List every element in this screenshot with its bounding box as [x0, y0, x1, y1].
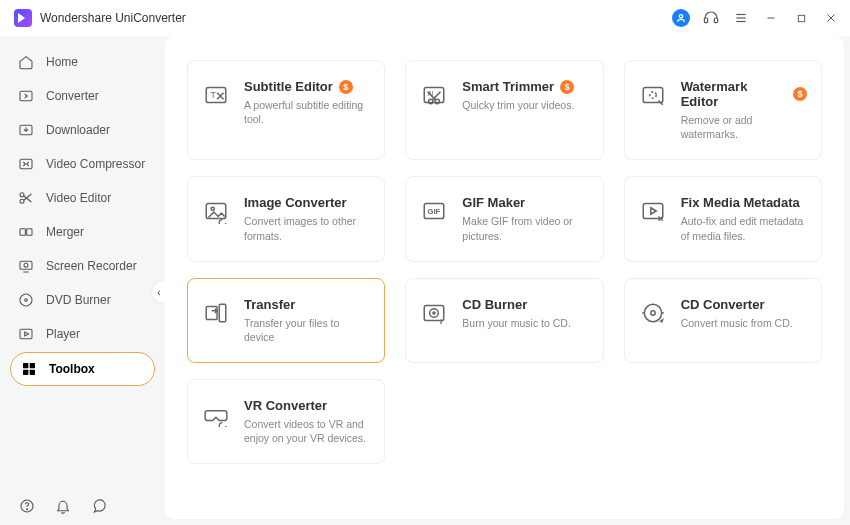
card-text: TransferTransfer your files to device — [244, 297, 370, 344]
svg-marker-25 — [25, 332, 29, 336]
card-title: Subtitle Editor — [244, 79, 333, 94]
card-desc: Transfer your files to device — [244, 316, 370, 344]
svg-point-13 — [20, 193, 24, 197]
card-title-row: Subtitle Editor — [244, 79, 370, 94]
svg-point-0 — [679, 15, 682, 18]
dvd-icon — [18, 292, 34, 308]
svg-rect-32 — [206, 87, 226, 102]
tool-card-cdconvert[interactable]: CD ConverterConvert music from CD. — [624, 278, 822, 363]
recorder-icon — [18, 258, 34, 274]
app-title: Wondershare UniConverter — [40, 11, 186, 25]
card-title-row: Image Converter — [244, 195, 370, 210]
sidebar-item-label: Toolbox — [49, 362, 95, 376]
card-title: Transfer — [244, 297, 295, 312]
gif-icon: GIF — [420, 197, 448, 225]
tool-card-metadata[interactable]: Fix Media MetadataAuto-fix and edit meta… — [624, 176, 822, 261]
svg-rect-19 — [20, 261, 32, 269]
user-account-icon[interactable] — [672, 9, 690, 27]
premium-badge-icon — [793, 87, 807, 101]
sidebar-item-converter[interactable]: Converter — [0, 80, 165, 112]
tool-card-watermark[interactable]: Watermark EditorRemove or add watermarks… — [624, 60, 822, 160]
sidebar-item-label: Screen Recorder — [46, 259, 137, 273]
svg-rect-10 — [20, 91, 32, 100]
sidebar-collapse-button[interactable]: ‹ — [152, 282, 166, 302]
card-title-row: CD Burner — [462, 297, 571, 312]
tool-card-vr[interactable]: VR ConverterConvert videos to VR and enj… — [187, 379, 385, 464]
card-desc: Quicky trim your videos. — [462, 98, 574, 112]
tool-card-transfer[interactable]: TransferTransfer your files to device — [187, 278, 385, 363]
premium-badge-icon — [560, 80, 574, 94]
help-icon[interactable] — [18, 497, 36, 515]
player-icon — [18, 326, 34, 342]
sidebar-item-merger[interactable]: Merger — [0, 216, 165, 248]
sidebar-item-label: Downloader — [46, 123, 110, 137]
card-desc: Convert videos to VR and enjoy on your V… — [244, 417, 370, 445]
svg-point-41 — [649, 92, 656, 99]
svg-rect-29 — [30, 370, 35, 375]
sidebar-item-label: Merger — [46, 225, 84, 239]
card-title-row: Transfer — [244, 297, 370, 312]
image-icon — [202, 197, 230, 225]
sidebar-item-compressor[interactable]: Video Compressor — [0, 148, 165, 180]
sidebar-item-home[interactable]: Home — [0, 46, 165, 78]
svg-rect-24 — [20, 329, 32, 338]
card-title-row: GIF Maker — [462, 195, 588, 210]
sidebar-item-screen-recorder[interactable]: Screen Recorder — [0, 250, 165, 282]
card-desc: Convert music from CD. — [681, 316, 793, 330]
svg-point-53 — [644, 304, 661, 321]
sidebar-bottom-icons — [0, 487, 165, 525]
sidebar-item-video-editor[interactable]: Video Editor — [0, 182, 165, 214]
watermark-icon — [639, 81, 667, 109]
sidebar-item-label: Converter — [46, 89, 99, 103]
menu-icon[interactable] — [732, 9, 750, 27]
sidebar-item-toolbox[interactable]: Toolbox — [10, 352, 155, 386]
tool-card-trimmer[interactable]: AISmart TrimmerQuicky trim your videos. — [405, 60, 603, 160]
close-button[interactable] — [822, 9, 840, 27]
card-text: Subtitle EditorA powerful subtitle editi… — [244, 79, 370, 126]
minimize-button[interactable] — [762, 9, 780, 27]
svg-rect-46 — [643, 204, 663, 219]
svg-rect-27 — [30, 363, 35, 368]
svg-rect-28 — [23, 370, 28, 375]
svg-point-37 — [435, 99, 439, 103]
feedback-icon[interactable] — [90, 497, 108, 515]
svg-point-14 — [20, 199, 24, 203]
svg-rect-1 — [704, 18, 707, 23]
subtitle-icon: T — [202, 81, 230, 109]
card-title: CD Converter — [681, 297, 765, 312]
card-title: Fix Media Metadata — [681, 195, 800, 210]
tool-card-gif[interactable]: GIFGIF MakerMake GIF from video or pictu… — [405, 176, 603, 261]
svg-point-36 — [429, 99, 433, 103]
sidebar-item-dvd-burner[interactable]: DVD Burner — [0, 284, 165, 316]
card-title: GIF Maker — [462, 195, 525, 210]
svg-point-54 — [650, 311, 654, 315]
tool-card-subtitle[interactable]: TSubtitle EditorA powerful subtitle edit… — [187, 60, 385, 160]
tool-card-cdburn[interactable]: CD BurnerBurn your music to CD. — [405, 278, 603, 363]
maximize-button[interactable] — [792, 9, 810, 27]
vr-icon — [202, 400, 230, 428]
tool-card-image[interactable]: Image ConverterConvert images to other f… — [187, 176, 385, 261]
card-title-row: Fix Media Metadata — [681, 195, 807, 210]
downloader-icon — [18, 122, 34, 138]
content-panel: TSubtitle EditorA powerful subtitle edit… — [165, 36, 844, 519]
card-text: Image ConverterConvert images to other f… — [244, 195, 370, 242]
svg-point-43 — [211, 208, 214, 211]
svg-point-22 — [20, 294, 32, 306]
support-icon[interactable] — [702, 9, 720, 27]
svg-point-52 — [433, 312, 435, 314]
sidebar-item-label: Video Editor — [46, 191, 111, 205]
sidebar-item-label: Home — [46, 55, 78, 69]
card-title-row: CD Converter — [681, 297, 793, 312]
svg-point-31 — [27, 509, 28, 510]
svg-rect-18 — [27, 229, 32, 236]
svg-rect-26 — [23, 363, 28, 368]
main-wrap: Home Converter Downloader Video Compress… — [0, 36, 850, 525]
card-desc: Burn your music to CD. — [462, 316, 571, 330]
bell-icon[interactable] — [54, 497, 72, 515]
converter-icon — [18, 88, 34, 104]
card-text: Fix Media MetadataAuto-fix and edit meta… — [681, 195, 807, 242]
sidebar-item-player[interactable]: Player — [0, 318, 165, 350]
card-text: GIF MakerMake GIF from video or pictures… — [462, 195, 588, 242]
sidebar-item-downloader[interactable]: Downloader — [0, 114, 165, 146]
sidebar-nav: Home Converter Downloader Video Compress… — [0, 46, 165, 386]
